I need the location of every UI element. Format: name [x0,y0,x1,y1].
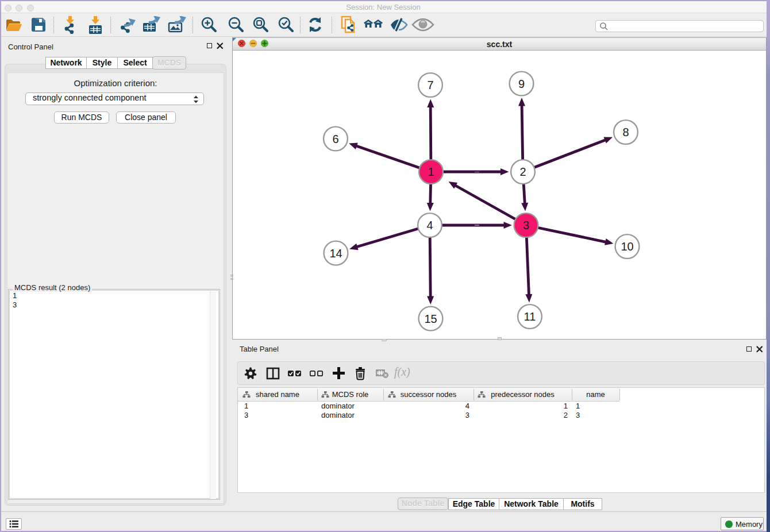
svg-text:8: 8 [622,126,629,138]
svg-text:9: 9 [518,78,525,90]
svg-text:3: 3 [523,219,529,232]
svg-text:14: 14 [329,247,342,260]
svg-text:10: 10 [621,240,633,253]
svg-text:15: 15 [424,313,437,325]
svg-text:2: 2 [519,165,526,178]
svg-text:4: 4 [426,219,433,232]
svg-text:1: 1 [428,165,434,178]
svg-text:11: 11 [524,310,536,323]
svg-text:6: 6 [332,133,338,145]
svg-text:7: 7 [427,79,433,91]
